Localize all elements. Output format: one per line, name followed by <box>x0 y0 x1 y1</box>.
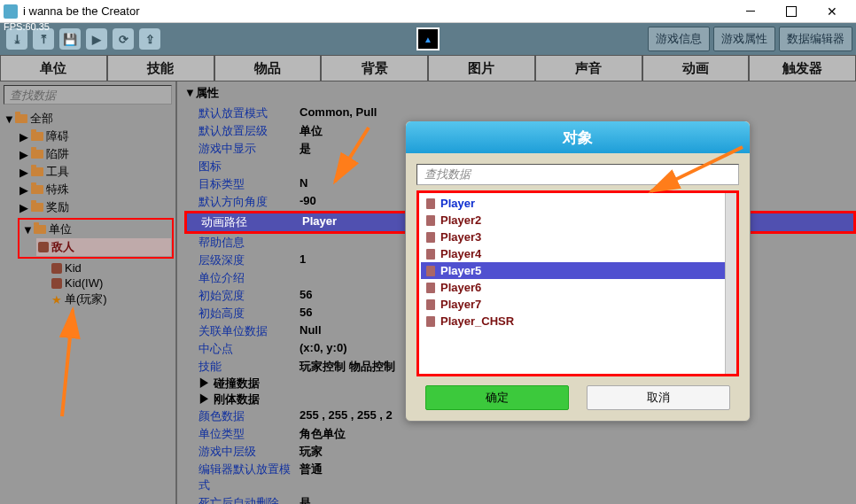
tab-trigger[interactable]: 触发器 <box>749 55 856 81</box>
item-icon <box>426 266 435 276</box>
properties-header: ▼属性 <box>177 81 856 105</box>
game-attr-button[interactable]: 游戏属性 <box>713 27 775 51</box>
player-preview-icon[interactable] <box>416 27 440 50</box>
prop-row[interactable]: 单位类型角色单位 <box>184 425 856 443</box>
tab-skill[interactable]: 技能 <box>107 55 214 81</box>
tool-play-icon[interactable]: ▶ <box>86 28 107 50</box>
tab-bg[interactable]: 背景 <box>321 55 428 81</box>
tree-folder[interactable]: ▶障碍 <box>18 128 174 145</box>
app-icon <box>4 4 18 19</box>
item-icon <box>426 249 435 260</box>
cancel-button[interactable]: 取消 <box>587 385 730 410</box>
tree-item[interactable]: ★单(玩家) <box>50 291 174 308</box>
folder-icon <box>31 203 43 212</box>
fps-label: FPS:60.35 <box>4 21 50 32</box>
data-editor-button[interactable]: 数据编辑器 <box>779 27 852 51</box>
dialog-list: Player Player2 Player3 Player4 Player5 P… <box>416 190 739 376</box>
folder-icon <box>31 132 43 141</box>
close-button[interactable] <box>812 0 852 23</box>
list-item[interactable]: Player2 <box>421 212 735 229</box>
tree-root[interactable]: ▼全部 <box>2 110 174 128</box>
tree-item-enemy[interactable]: 敌人 <box>36 238 171 256</box>
item-icon <box>426 283 435 293</box>
list-item[interactable]: Player_CHSR <box>421 313 735 330</box>
tree-folder-unit[interactable]: ▼单位 <box>20 221 171 238</box>
item-icon <box>51 263 62 274</box>
list-item[interactable]: Player6 <box>421 279 735 296</box>
prop-row[interactable]: 默认放置模式Common, Pull <box>184 105 856 122</box>
category-tabs: 单位 技能 物品 背景 图片 声音 动画 触发器 <box>0 55 856 81</box>
item-icon <box>51 278 62 289</box>
tree-folder[interactable]: ▶奖励 <box>18 198 174 216</box>
tree-item[interactable]: Kid <box>50 260 174 275</box>
object-dialog: 对象 查找数据 Player Player2 Player3 Player4 P… <box>405 120 751 422</box>
list-item[interactable]: Player3 <box>421 229 735 245</box>
window-title: i wanna be the Creator <box>23 4 730 18</box>
dialog-search-input[interactable]: 查找数据 <box>416 164 739 185</box>
tree-highlight: ▼单位 敌人 <box>18 218 174 259</box>
tree: ▼全部 ▶障碍 ▶陷阱 ▶工具 ▶特殊 ▶奖励 ▼单位 敌人 Kid Kid(I… <box>0 108 175 310</box>
folder-icon <box>15 114 27 123</box>
list-item[interactable]: Player <box>421 195 735 212</box>
ok-button[interactable]: 确定 <box>425 385 569 410</box>
tree-folder[interactable]: ▶陷阱 <box>18 145 174 163</box>
folder-icon <box>31 150 43 159</box>
minimize-button[interactable] <box>730 0 771 23</box>
list-item[interactable]: Player7 <box>421 296 735 313</box>
list-item-selected[interactable]: Player5 <box>421 262 735 279</box>
item-icon <box>426 299 435 310</box>
tree-folder[interactable]: ▶工具 <box>18 163 174 181</box>
tree-item[interactable]: Kid(IW) <box>50 275 174 291</box>
item-icon <box>426 316 435 327</box>
prop-row[interactable]: 死亡后自动删除是 <box>184 494 856 504</box>
toolbar: FPS:60.35 ⤓ ⤒ 💾 ▶ ⟳ ⇪ 游戏信息 游戏属性 数据编辑器 <box>0 23 856 55</box>
left-panel: 查找数据 ▼全部 ▶障碍 ▶陷阱 ▶工具 ▶特殊 ▶奖励 ▼单位 敌人 Kid … <box>0 81 177 504</box>
folder-icon <box>31 185 43 194</box>
folder-icon <box>31 167 43 176</box>
item-icon <box>426 215 435 226</box>
maximize-button[interactable] <box>771 0 812 23</box>
dialog-title: 对象 <box>406 121 750 153</box>
item-icon <box>38 242 49 252</box>
folder-icon <box>34 225 46 234</box>
prop-row[interactable]: 编辑器默认放置模式普通 <box>184 461 856 494</box>
search-input[interactable]: 查找数据 <box>4 85 172 105</box>
titlebar: i wanna be the Creator <box>0 0 856 23</box>
item-icon <box>426 232 435 243</box>
tool-save-icon[interactable]: 💾 <box>59 28 81 50</box>
tab-unit[interactable]: 单位 <box>0 55 107 81</box>
tab-sound[interactable]: 声音 <box>535 55 642 81</box>
tree-folder[interactable]: ▶特殊 <box>18 181 174 198</box>
tool-export-icon[interactable]: ⇪ <box>139 28 160 50</box>
game-info-button[interactable]: 游戏信息 <box>648 27 710 51</box>
tool-refresh-icon[interactable]: ⟳ <box>113 28 134 50</box>
list-item[interactable]: Player4 <box>421 245 735 262</box>
scrollbar[interactable] <box>725 190 739 376</box>
prop-row[interactable]: 游戏中层级玩家 <box>184 443 856 461</box>
tab-image[interactable]: 图片 <box>428 55 535 81</box>
tab-item[interactable]: 物品 <box>214 55 322 81</box>
tab-anim[interactable]: 动画 <box>642 55 750 81</box>
item-icon <box>426 198 435 209</box>
